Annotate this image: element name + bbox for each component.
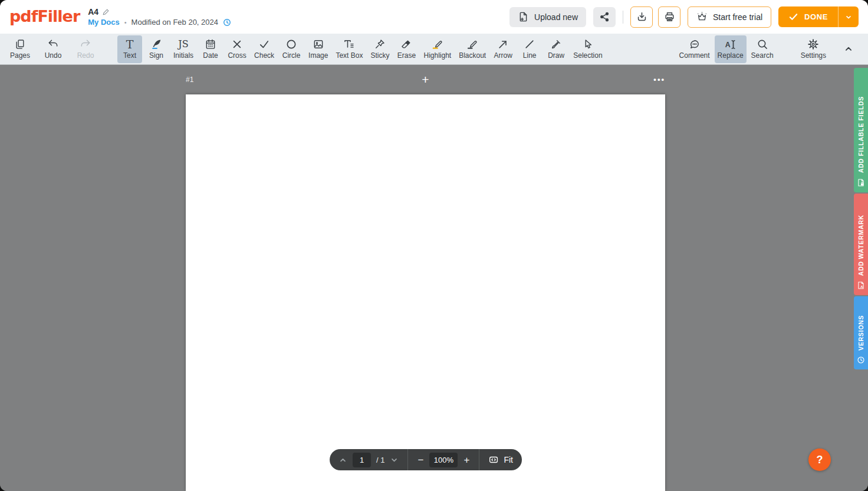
tool-date[interactable]: Date	[198, 35, 223, 63]
breadcrumb-my-docs[interactable]: My Docs	[88, 18, 119, 27]
tool-circle[interactable]: Circle	[279, 35, 304, 63]
header-actions: Upload new Start free trial DONE	[509, 6, 859, 28]
next-page-button[interactable]	[390, 456, 399, 464]
brush-icon	[550, 38, 562, 50]
versions-tab[interactable]: VERSIONS	[854, 296, 868, 369]
done-split-button: DONE	[778, 6, 859, 27]
edit-title-pencil-icon[interactable]	[102, 8, 110, 16]
circle-icon	[285, 38, 297, 50]
tool-draw[interactable]: Draw	[544, 35, 568, 63]
tool-erase[interactable]: Erase	[394, 35, 419, 63]
zoom-in-button[interactable]: +	[463, 455, 470, 465]
chevron-down-icon	[390, 456, 399, 464]
tool-arrow[interactable]: Arrow	[491, 35, 515, 63]
replace-text-icon: A	[724, 38, 737, 51]
upload-new-label: Upload new	[534, 12, 578, 22]
help-button[interactable]: ?	[808, 449, 831, 471]
pdffiller-logo[interactable]: pdfFiller	[9, 7, 80, 25]
chevron-down-icon	[844, 13, 853, 21]
fit-label: Fit	[504, 455, 513, 464]
svg-text:A: A	[860, 285, 863, 289]
breadcrumb-separator: •	[124, 19, 127, 26]
svg-text:A: A	[725, 40, 731, 48]
share-icon	[599, 11, 610, 22]
document-canvas: #1 + •••	[0, 66, 868, 491]
previous-page-button[interactable]	[338, 456, 347, 464]
tool-initials[interactable]: JS Initials	[170, 35, 196, 63]
tool-pages[interactable]: Pages	[7, 35, 33, 63]
initials-icon: JS	[178, 38, 188, 50]
tool-image[interactable]: Image	[305, 35, 331, 63]
viewer-controls: 1 / 1 − 100% + Fit	[330, 449, 522, 470]
share-button[interactable]	[593, 7, 616, 27]
page-navigation: 1 / 1	[330, 449, 407, 470]
tool-line[interactable]: Line	[517, 35, 542, 63]
pdffiller-app: pdfFiller A4 My Docs • Modified on Feb 2…	[0, 0, 868, 491]
tool-undo[interactable]: Undo	[41, 35, 65, 63]
total-pages-label: / 1	[376, 456, 384, 464]
document-title-block: A4 My Docs • Modified on Feb 20, 2024	[88, 7, 231, 27]
fillable-fields-doc-icon	[857, 178, 865, 187]
page-options-menu[interactable]: •••	[653, 75, 665, 84]
done-check-icon	[788, 12, 798, 22]
zoom-level-input[interactable]: 100%	[429, 453, 458, 467]
start-free-trial-button[interactable]: Start free trial	[688, 6, 771, 28]
done-button[interactable]: DONE	[778, 6, 838, 27]
tool-sign[interactable]: Sign	[144, 35, 169, 63]
add-fillable-fields-tab[interactable]: ADD FILLABLE FIELDS	[854, 68, 868, 192]
print-button[interactable]	[658, 6, 680, 28]
header: pdfFiller A4 My Docs • Modified on Feb 2…	[0, 0, 868, 34]
tool-selection[interactable]: Selection	[570, 35, 605, 63]
tool-redo: Redo	[73, 35, 98, 63]
fit-button[interactable]: Fit	[488, 454, 513, 465]
tool-textbox[interactable]: Text Box	[333, 35, 366, 63]
add-page-button[interactable]: +	[422, 74, 429, 85]
tool-text[interactable]: T Text	[117, 35, 142, 63]
upload-new-button[interactable]: Upload new	[509, 7, 586, 27]
modified-timestamp: Modified on Feb 20, 2024	[131, 18, 218, 27]
arrow-icon	[497, 38, 509, 50]
tool-replace[interactable]: A Replace	[715, 35, 747, 63]
start-free-trial-label: Start free trial	[713, 12, 762, 22]
chevron-up-icon	[843, 44, 854, 54]
versions-label: VERSIONS	[857, 315, 864, 351]
history-clock-icon[interactable]	[223, 18, 231, 27]
crown-icon	[696, 11, 708, 22]
blackout-marker-icon	[466, 38, 478, 50]
tool-cross[interactable]: Cross	[225, 35, 249, 63]
add-watermark-label: ADD WATERMARK	[857, 215, 864, 276]
tool-sticky[interactable]: Sticky	[367, 35, 392, 63]
cross-icon	[231, 38, 243, 50]
editor-toolbar: Pages Undo Redo T Text Sign JS Initi	[0, 34, 868, 65]
check-icon	[258, 38, 270, 50]
highlighter-icon	[432, 38, 443, 50]
text-tool-icon: T	[126, 38, 134, 50]
tool-check[interactable]: Check	[251, 35, 277, 63]
textbox-icon	[343, 38, 355, 50]
current-page-input[interactable]: 1	[353, 453, 371, 467]
tool-blackout[interactable]: Blackout	[456, 35, 489, 63]
fit-width-icon	[488, 454, 499, 465]
tool-search[interactable]: Search	[748, 35, 777, 63]
zoom-out-button[interactable]: −	[417, 455, 425, 465]
line-icon	[524, 38, 535, 50]
print-icon	[664, 11, 675, 22]
tool-comment[interactable]: Comment	[676, 35, 713, 63]
calendar-icon	[205, 38, 216, 50]
gear-icon	[807, 38, 819, 50]
chevron-up-icon	[338, 456, 347, 464]
page-number-badge: #1	[186, 76, 193, 84]
add-watermark-tab[interactable]: ADD WATERMARK A	[854, 194, 868, 295]
search-icon	[757, 38, 768, 50]
upload-document-icon	[518, 11, 529, 22]
download-button[interactable]	[630, 6, 653, 28]
tool-settings[interactable]: Settings	[798, 35, 829, 63]
header-divider	[623, 11, 623, 24]
done-dropdown-button[interactable]	[839, 6, 859, 27]
versions-history-icon	[857, 356, 865, 364]
collapse-toolbar-button[interactable]	[840, 40, 857, 58]
sign-quill-icon	[150, 38, 162, 50]
document-title: A4	[88, 7, 98, 17]
tool-highlight[interactable]: Highlight	[420, 35, 454, 63]
pdf-page[interactable]	[186, 94, 665, 491]
